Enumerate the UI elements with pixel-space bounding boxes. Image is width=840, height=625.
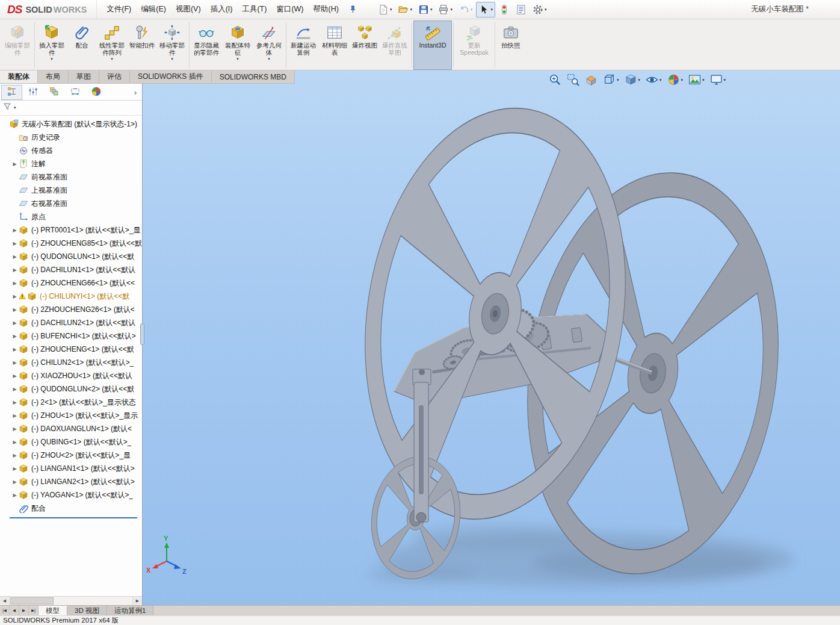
menu-item-5[interactable]: 窗口(W) [271, 1, 308, 17]
section-view-button[interactable] [585, 73, 598, 86]
zoom-fit-button[interactable] [549, 73, 561, 86]
instant3d-button[interactable]: Instant3D [413, 20, 452, 70]
command-tab-5[interactable]: SOLIDWORKS MBD [212, 70, 295, 84]
expander-arrow[interactable]: ▶ [11, 413, 19, 418]
tree-item[interactable]: 前视基准面 [0, 170, 142, 184]
view-orientation-button[interactable]: ▾ [603, 73, 619, 86]
options-button[interactable]: ▾ [530, 2, 549, 17]
rear-wheel-near[interactable] [337, 89, 653, 538]
tree-item[interactable]: ▶注解 [0, 157, 142, 170]
apply-scene-button[interactable]: ▾ [688, 73, 705, 86]
featuremanager-tree-tab[interactable] [1, 85, 22, 100]
configurationmanager-tab[interactable] [43, 85, 64, 100]
expander-arrow[interactable]: ▶ [11, 387, 19, 392]
tree-item[interactable]: 上视基准面 [0, 184, 142, 197]
explode-sketch-button[interactable]: 爆炸直线草图 [379, 20, 410, 70]
dropdown-caret[interactable]: ▾ [681, 78, 684, 82]
command-tab-0[interactable]: 装配体 [0, 70, 38, 84]
tree-item[interactable]: 传感器 [0, 144, 142, 157]
tree-item[interactable]: ▶(-) DAOXUANGLUN<1> (默认< [0, 422, 142, 435]
expander-arrow[interactable]: ▶ [11, 281, 19, 286]
tree-item[interactable]: ▶(-) 2<1> (默认<<默认>_显示状态 [0, 396, 142, 409]
menu-item-0[interactable]: 文件(F) [102, 1, 136, 17]
scroll-left-button[interactable]: ◀ [0, 597, 10, 605]
tree-item[interactable]: ▶(-) PRT0001<1> (默认<<默认>_显 [0, 223, 142, 237]
mate-button[interactable]: 配合 [67, 20, 96, 70]
tree-item[interactable]: ▶(-) 2ZHOUCHENG26<1> (默认< [0, 303, 142, 316]
expander-arrow[interactable]: ▶ [11, 267, 19, 273]
bottom-tab-2[interactable]: 运动算例1 [107, 606, 153, 615]
expander-arrow[interactable]: ▶ [11, 493, 19, 498]
scroll-thumb[interactable] [10, 597, 54, 605]
dropdown-caret[interactable]: ▾ [111, 56, 113, 61]
move-component-button[interactable]: 移动零部件▾ [156, 20, 188, 70]
dropdown-caret[interactable]: ▾ [471, 7, 473, 12]
tree-item[interactable]: ▶(-) ZHOUCHENG<1> (默认<<默 [0, 343, 142, 356]
displaymanager-tab[interactable] [85, 85, 107, 100]
smart-fasteners-button[interactable]: 智能扣件 [128, 20, 156, 70]
panel-horizontal-scrollbar[interactable]: ◀ ▶ [0, 596, 142, 605]
speedpak-button[interactable]: 更新 Speedpak [455, 20, 493, 70]
expander-arrow[interactable]: ▶ [11, 334, 19, 339]
expander-arrow[interactable]: ▶ [11, 373, 19, 379]
bottom-tab-1[interactable]: 3D 视图 [67, 606, 107, 615]
edit-component-button[interactable]: 编辑零部件 [2, 20, 33, 70]
tree-item[interactable]: ▶(-) ZHOUCHENG66<1> (默认<< [0, 276, 142, 290]
dropdown-caret[interactable]: ▾ [617, 78, 619, 82]
show-hidden-button[interactable]: 显示隐藏的零部件 [191, 20, 222, 70]
scroll-track[interactable] [10, 597, 132, 605]
open-button[interactable]: ▾ [395, 2, 415, 17]
expander-arrow[interactable]: ▶ [11, 440, 19, 445]
sheet-nav-2[interactable]: ▶ [19, 606, 29, 615]
expander-arrow[interactable]: ▶ [11, 320, 19, 326]
dropdown-caret[interactable]: ▾ [236, 56, 239, 61]
menu-item-2[interactable]: 视图(V) [171, 1, 206, 17]
sheet-nav-1[interactable]: ◀ [10, 606, 19, 615]
dropdown-caret[interactable]: ▾ [450, 7, 452, 12]
scroll-right-button[interactable]: ▶ [132, 597, 142, 605]
hide-show-items-button[interactable]: ▾ [646, 73, 662, 86]
dropdown-caret[interactable]: ▾ [545, 7, 547, 12]
expander-arrow[interactable]: ▶ [11, 228, 19, 233]
reference-geometry-button[interactable]: 参考几何体▾ [253, 20, 285, 70]
expander-arrow[interactable]: ▶ [11, 453, 19, 458]
panel-splitter-handle[interactable] [140, 323, 144, 345]
motion-study-button[interactable]: 新建运动算例 [288, 20, 319, 70]
save-button[interactable]: ▾ [416, 2, 435, 17]
undo-button[interactable]: ▾ [456, 2, 475, 17]
expander-arrow[interactable]: ▶ [11, 426, 19, 432]
file-properties-button[interactable] [513, 2, 529, 17]
bottom-tab-0[interactable]: 模型 [39, 606, 67, 615]
view-settings-button[interactable]: ▾ [710, 73, 726, 86]
tree-item[interactable]: ▶(-) CHILUNYI<1> (默认<<默 [0, 290, 142, 303]
panel-flyout-chevron[interactable]: › [130, 86, 141, 100]
edit-appearance-button[interactable]: ▾ [667, 73, 684, 86]
dropdown-caret[interactable]: ▾ [390, 7, 392, 12]
command-tab-1[interactable]: 布局 [38, 70, 69, 84]
dropdown-caret[interactable]: ▾ [268, 56, 270, 61]
filter-icon[interactable] [3, 102, 11, 113]
select-button[interactable]: ▾ [476, 2, 495, 17]
dropdown-caret[interactable]: ▾ [51, 56, 53, 61]
new-document-button[interactable]: ▾ [375, 2, 395, 17]
tree-item[interactable]: ▶(-) ZHOUCHENG85<1> (默认<<默 [0, 237, 142, 250]
sheet-nav-0[interactable]: |◀ [0, 606, 10, 615]
tree-item[interactable]: ▶(-) XIAOZHOU<1> (默认<<默认 [0, 369, 142, 382]
tree-item[interactable]: ▶(-) BUFENCHI<1> (默认<<默认> [0, 329, 142, 343]
tree-item[interactable]: ▶(-) QUDONGLUN<1> (默认<<默 [0, 250, 142, 263]
menu-item-4[interactable]: 工具(T) [237, 1, 271, 17]
tree-item[interactable]: ▶(-) LIANGAN2<1> (默认<<默认> [0, 475, 142, 488]
dropdown-caret[interactable]: ▾ [430, 7, 433, 12]
insert-component-button[interactable]: 插入零部件▾ [36, 20, 67, 70]
tree-item[interactable]: ▶(-) ZHOU<1> (默认<<默认>_显示 [0, 409, 142, 422]
tree-item[interactable]: ▶(-) DACHILUN2<1> (默认<<默认 [0, 316, 142, 329]
propertymanager-tab[interactable] [22, 85, 43, 100]
linear-pattern-button[interactable]: 线性零部件阵列▾ [96, 20, 128, 70]
command-tab-3[interactable]: 评估 [99, 70, 130, 84]
tree-root[interactable]: 无碳小车装配图 (默认<显示状态-1>) [0, 117, 142, 131]
expander-arrow[interactable]: ▶ [11, 479, 19, 485]
tree-item[interactable]: ▶(-) LIANGAN1<1> (默认<<默认> [0, 462, 142, 475]
tree-item[interactable]: ▶(-) ZHOU<2> (默认<<默认>_显 [0, 449, 142, 462]
command-tab-4[interactable]: SOLIDWORKS 插件 [130, 70, 212, 84]
tree-item[interactable]: ▶(-) QUDONGLUN<2> (默认<<默 [0, 382, 142, 396]
